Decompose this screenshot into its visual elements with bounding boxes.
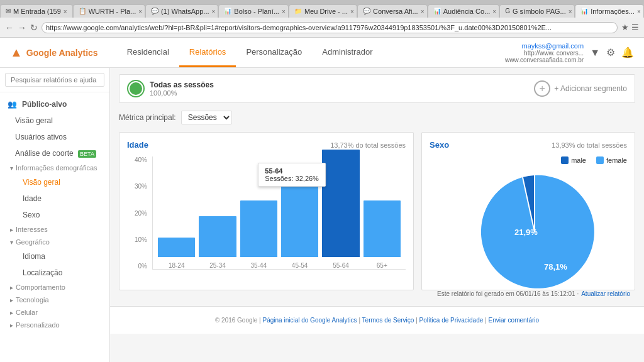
sidebar-item-visao-geral-demo[interactable]: Visão geral (0, 174, 109, 190)
tab-close[interactable]: × (569, 8, 572, 15)
pie-area: 21,9% 78,1% (430, 169, 627, 282)
sidebar-publico-alvo[interactable]: 👥 Público-alvo (0, 96, 109, 112)
coorte-label: Análise de coorte (15, 149, 74, 158)
tab-whatsapp[interactable]: 💬 (1) WhatsApp... × (145, 4, 218, 18)
tab-favicon: G (505, 8, 510, 15)
sidebar-demograficas-group[interactable]: ▾ Informações demográficas (0, 162, 109, 174)
account-dropdown-icon[interactable]: ▼ (590, 47, 600, 58)
tab-entrada[interactable]: ✉ M Entrada (159 × (0, 4, 73, 18)
tab-favicon: 📊 (224, 8, 231, 15)
sidebar-item-idioma[interactable]: Idioma (0, 248, 109, 265)
metric-select[interactable]: Sessões (181, 111, 232, 124)
sex-chart: Sexo 13,93% do total sessões male fe (421, 132, 635, 290)
tab-label: G símbolo PAG... (513, 8, 566, 15)
bar-35-44: 35-44 (240, 200, 277, 269)
menu-icon[interactable]: ☰ (631, 23, 639, 32)
age-chart-area: 40% 30% 20% 10% 0% 55-64 (127, 156, 406, 270)
sidebar-personalizado-group[interactable]: ▸ Personalizado (0, 319, 109, 331)
settings-icon[interactable]: ⚙ (606, 47, 615, 58)
tab-close[interactable]: × (282, 8, 286, 15)
pie-svg: 21,9% 78,1% (472, 169, 597, 295)
sidebar-geografico-group[interactable]: ▾ Geográfico (0, 236, 109, 248)
segment-pct: 100,00% (150, 89, 214, 97)
tab-audiencia[interactable]: 📊 Audiência Co... × (428, 4, 500, 18)
reload-button[interactable]: ↻ (30, 23, 38, 33)
tab-label: Meu Drive - ... (304, 8, 348, 15)
legend-male-dot (561, 156, 569, 164)
sex-chart-title: Sexo (430, 140, 449, 150)
footer-link-privacidade[interactable]: Política de Privacidade (419, 317, 484, 324)
footer-link-analytics[interactable]: Página inicial do Google Analytics (263, 317, 357, 324)
bar-55-64-rect (322, 150, 359, 257)
sidebar-interesses-group[interactable]: ▸ Interesses (0, 223, 109, 236)
tab-close[interactable]: × (212, 8, 216, 15)
sidebar-comportamento-group[interactable]: ▸ Comportamento (0, 281, 109, 293)
publico-icon: 👥 (8, 100, 17, 109)
tecnologia-label: Tecnologia (16, 296, 49, 304)
legend-female: female (596, 156, 627, 164)
sidebar-item-usuarios[interactable]: Usuários ativos (0, 129, 109, 145)
nav-relatorios[interactable]: Relatórios (179, 38, 236, 67)
tab-close[interactable]: × (492, 8, 496, 15)
ga-nav: Residencial Relatórios Personalização Ad… (117, 38, 505, 67)
y-label-20: 20% (135, 210, 147, 217)
pie-legend: male female (430, 156, 627, 164)
forward-button[interactable]: → (18, 23, 26, 33)
metric-bar: Métrica principal: Sessões (119, 111, 635, 124)
chevron-right-icon: ▸ (10, 226, 13, 233)
tab-informacoes[interactable]: 📊 Informações... × (575, 4, 644, 18)
geografico-label: Geográfico (16, 238, 50, 246)
chevron-down-icon: ▾ (10, 165, 13, 172)
tab-conversa[interactable]: 💬 Conversa Afi... × (357, 4, 428, 18)
y-label-40: 40% (135, 156, 147, 163)
add-segment[interactable]: + + Adicionar segmento (534, 80, 627, 97)
nav-residencial[interactable]: Residencial (117, 38, 179, 67)
sidebar-item-idade[interactable]: Idade (0, 190, 109, 207)
tab-close[interactable]: × (350, 8, 354, 15)
tab-close[interactable]: × (421, 8, 425, 15)
nav-personalizacao[interactable]: Personalização (236, 38, 312, 67)
sidebar-item-coorte[interactable]: Análise de coorte BETA (0, 145, 109, 162)
tab-close[interactable]: × (64, 8, 67, 15)
sidebar-section: 👥 Público-alvo Visão geral Usuários ativ… (0, 92, 109, 335)
sidebar-item-visao-geral[interactable]: Visão geral (0, 112, 109, 129)
demograficas-label: Informações demográficas (16, 164, 97, 172)
tab-close[interactable]: × (637, 8, 641, 15)
legend-male-label: male (571, 156, 586, 164)
footer-link-termos[interactable]: Termos de Serviço (362, 317, 414, 324)
age-tooltip: 55-64 Sessões: 32,26% (258, 163, 326, 187)
sidebar-item-sexo[interactable]: Sexo (0, 207, 109, 223)
sidebar-item-localizacao[interactable]: Localização (0, 265, 109, 281)
search-input[interactable] (5, 73, 104, 87)
tab-bolso[interactable]: 📊 Bolso - Planí... × (218, 4, 289, 18)
tab-label: Informações... (591, 8, 635, 15)
tab-drive[interactable]: 📁 Meu Drive - ... × (289, 4, 357, 18)
add-segment-label: + Adicionar segmento (554, 84, 627, 93)
footer-link-comentario[interactable]: Enviar comentário (488, 317, 539, 324)
sidebar-tecnologia-group[interactable]: ▸ Tecnologia (0, 293, 109, 306)
chevron-right-icon5: ▸ (10, 322, 13, 329)
url-input[interactable] (42, 22, 618, 33)
tab-simbolo[interactable]: G G símbolo PAG... × (499, 4, 575, 18)
user-site2: www.conversaafiada.com.br (505, 57, 584, 63)
sidebar-celular-group[interactable]: ▸ Celular (0, 306, 109, 319)
notifications-icon[interactable]: 🔔 (621, 47, 634, 58)
tab-favicon: 📁 (294, 8, 302, 15)
back-button[interactable]: ← (5, 23, 14, 33)
tab-wurth[interactable]: 📋 WURTH - Pla... × (73, 4, 145, 18)
bar-25-34: 25-34 (199, 216, 236, 269)
x-label-65plus: 65+ (377, 262, 387, 269)
nav-administrador[interactable]: Administrador (312, 38, 382, 67)
pie-wrapper: 21,9% 78,1% (472, 169, 585, 282)
tab-close[interactable]: × (138, 8, 142, 15)
segment-circle-inner (130, 82, 142, 95)
bookmark-icon[interactable]: ★ (621, 23, 629, 32)
x-label-55-64: 55-64 (333, 262, 349, 269)
content-inner: Todas as sessões 100,00% + + Adicionar s… (110, 68, 644, 306)
tab-favicon: 📊 (580, 8, 588, 15)
interesses-label: Interesses (16, 226, 48, 233)
legend-female-dot (596, 156, 604, 164)
metric-label: Métrica principal: (119, 113, 176, 122)
tab-label: Audiência Co... (443, 8, 491, 15)
address-bar: ← → ↻ ★ ☰ (0, 18, 644, 38)
